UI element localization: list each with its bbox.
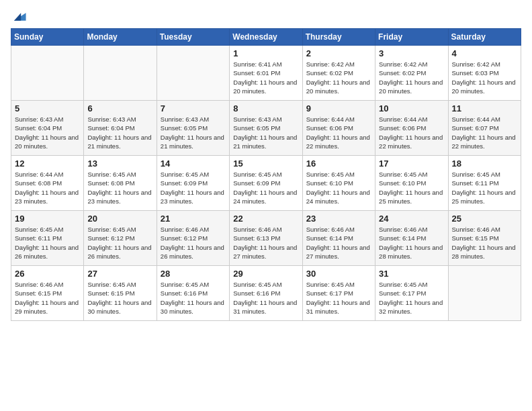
header bbox=[11, 7, 521, 24]
calendar-cell: 8Sunrise: 6:43 AM Sunset: 6:05 PM Daylig… bbox=[230, 101, 302, 156]
day-number: 27 bbox=[87, 269, 152, 279]
day-info: Sunrise: 6:45 AM Sunset: 6:10 PM Dayligh… bbox=[306, 170, 371, 205]
day-info: Sunrise: 6:44 AM Sunset: 6:08 PM Dayligh… bbox=[15, 170, 80, 205]
weekday-header-monday: Monday bbox=[84, 29, 157, 46]
calendar-cell: 12Sunrise: 6:44 AM Sunset: 6:08 PM Dayli… bbox=[11, 156, 84, 211]
calendar-cell: 6Sunrise: 6:43 AM Sunset: 6:04 PM Daylig… bbox=[84, 101, 157, 156]
day-info: Sunrise: 6:43 AM Sunset: 6:05 PM Dayligh… bbox=[161, 115, 226, 150]
day-number: 16 bbox=[306, 158, 371, 169]
week-row-2: 5Sunrise: 6:43 AM Sunset: 6:04 PM Daylig… bbox=[11, 101, 521, 156]
calendar-cell: 10Sunrise: 6:44 AM Sunset: 6:06 PM Dayli… bbox=[375, 101, 448, 156]
day-number: 26 bbox=[15, 269, 80, 279]
weekday-header-thursday: Thursday bbox=[302, 29, 375, 46]
day-info: Sunrise: 6:45 AM Sunset: 6:11 PM Dayligh… bbox=[452, 170, 517, 205]
day-info: Sunrise: 6:45 AM Sunset: 6:09 PM Dayligh… bbox=[161, 170, 226, 205]
calendar-cell bbox=[157, 46, 229, 101]
calendar-cell: 16Sunrise: 6:45 AM Sunset: 6:10 PM Dayli… bbox=[302, 156, 375, 211]
page: SundayMondayTuesdayWednesdayThursdayFrid… bbox=[0, 0, 532, 411]
calendar-cell: 20Sunrise: 6:45 AM Sunset: 6:12 PM Dayli… bbox=[84, 211, 157, 266]
day-number: 2 bbox=[306, 48, 371, 58]
weekday-header-tuesday: Tuesday bbox=[157, 29, 229, 46]
weekday-header-friday: Friday bbox=[375, 29, 448, 46]
day-info: Sunrise: 6:45 AM Sunset: 6:12 PM Dayligh… bbox=[87, 225, 152, 261]
calendar-cell bbox=[448, 266, 521, 321]
logo bbox=[11, 9, 27, 24]
logo-icon bbox=[12, 9, 27, 24]
calendar-cell: 26Sunrise: 6:46 AM Sunset: 6:15 PM Dayli… bbox=[11, 266, 84, 321]
calendar-cell: 14Sunrise: 6:45 AM Sunset: 6:09 PM Dayli… bbox=[157, 156, 229, 211]
week-row-5: 26Sunrise: 6:46 AM Sunset: 6:15 PM Dayli… bbox=[11, 266, 521, 321]
day-info: Sunrise: 6:42 AM Sunset: 6:02 PM Dayligh… bbox=[379, 60, 444, 95]
day-number: 15 bbox=[233, 158, 298, 169]
day-info: Sunrise: 6:44 AM Sunset: 6:06 PM Dayligh… bbox=[379, 115, 444, 150]
week-row-1: 1Sunrise: 6:41 AM Sunset: 6:01 PM Daylig… bbox=[11, 46, 521, 101]
calendar-cell: 17Sunrise: 6:45 AM Sunset: 6:10 PM Dayli… bbox=[375, 156, 448, 211]
calendar-cell: 3Sunrise: 6:42 AM Sunset: 6:02 PM Daylig… bbox=[375, 46, 448, 101]
day-info: Sunrise: 6:45 AM Sunset: 6:15 PM Dayligh… bbox=[87, 280, 152, 316]
calendar-cell: 31Sunrise: 6:45 AM Sunset: 6:17 PM Dayli… bbox=[375, 266, 448, 321]
day-info: Sunrise: 6:45 AM Sunset: 6:17 PM Dayligh… bbox=[306, 280, 371, 316]
calendar-cell: 7Sunrise: 6:43 AM Sunset: 6:05 PM Daylig… bbox=[157, 101, 229, 156]
svg-marker-1 bbox=[14, 13, 21, 21]
day-number: 14 bbox=[161, 158, 226, 169]
day-info: Sunrise: 6:45 AM Sunset: 6:17 PM Dayligh… bbox=[379, 280, 444, 316]
day-info: Sunrise: 6:42 AM Sunset: 6:02 PM Dayligh… bbox=[306, 60, 371, 95]
day-number: 29 bbox=[233, 269, 298, 279]
calendar-cell: 24Sunrise: 6:46 AM Sunset: 6:14 PM Dayli… bbox=[375, 211, 448, 266]
calendar-cell: 23Sunrise: 6:46 AM Sunset: 6:14 PM Dayli… bbox=[302, 211, 375, 266]
day-number: 1 bbox=[233, 48, 298, 58]
day-info: Sunrise: 6:45 AM Sunset: 6:16 PM Dayligh… bbox=[161, 280, 226, 316]
day-number: 9 bbox=[306, 103, 371, 113]
calendar-cell: 18Sunrise: 6:45 AM Sunset: 6:11 PM Dayli… bbox=[448, 156, 521, 211]
week-row-4: 19Sunrise: 6:45 AM Sunset: 6:11 PM Dayli… bbox=[11, 211, 521, 266]
day-number: 8 bbox=[233, 103, 298, 113]
calendar-cell: 27Sunrise: 6:45 AM Sunset: 6:15 PM Dayli… bbox=[84, 266, 157, 321]
calendar-cell bbox=[11, 46, 84, 101]
day-info: Sunrise: 6:43 AM Sunset: 6:04 PM Dayligh… bbox=[15, 115, 80, 150]
day-number: 12 bbox=[15, 158, 80, 169]
day-info: Sunrise: 6:46 AM Sunset: 6:14 PM Dayligh… bbox=[306, 225, 371, 261]
calendar-cell: 1Sunrise: 6:41 AM Sunset: 6:01 PM Daylig… bbox=[230, 46, 302, 101]
day-number: 18 bbox=[452, 158, 517, 169]
calendar-cell: 5Sunrise: 6:43 AM Sunset: 6:04 PM Daylig… bbox=[11, 101, 84, 156]
day-number: 3 bbox=[379, 48, 444, 58]
day-number: 20 bbox=[87, 214, 152, 224]
calendar-cell: 25Sunrise: 6:46 AM Sunset: 6:15 PM Dayli… bbox=[448, 211, 521, 266]
weekday-header-sunday: Sunday bbox=[11, 29, 84, 46]
day-number: 19 bbox=[15, 214, 80, 224]
day-number: 25 bbox=[452, 214, 517, 224]
day-number: 5 bbox=[15, 103, 80, 113]
day-info: Sunrise: 6:45 AM Sunset: 6:10 PM Dayligh… bbox=[379, 170, 444, 205]
day-number: 10 bbox=[379, 103, 444, 113]
day-info: Sunrise: 6:42 AM Sunset: 6:03 PM Dayligh… bbox=[452, 60, 517, 95]
day-info: Sunrise: 6:45 AM Sunset: 6:11 PM Dayligh… bbox=[15, 225, 80, 261]
day-number: 22 bbox=[233, 214, 298, 224]
calendar-cell: 2Sunrise: 6:42 AM Sunset: 6:02 PM Daylig… bbox=[302, 46, 375, 101]
day-info: Sunrise: 6:46 AM Sunset: 6:15 PM Dayligh… bbox=[15, 280, 80, 316]
calendar-cell: 29Sunrise: 6:45 AM Sunset: 6:16 PM Dayli… bbox=[230, 266, 302, 321]
day-number: 11 bbox=[452, 103, 517, 113]
day-number: 7 bbox=[161, 103, 226, 113]
calendar-cell: 9Sunrise: 6:44 AM Sunset: 6:06 PM Daylig… bbox=[302, 101, 375, 156]
day-info: Sunrise: 6:44 AM Sunset: 6:06 PM Dayligh… bbox=[306, 115, 371, 150]
day-info: Sunrise: 6:45 AM Sunset: 6:08 PM Dayligh… bbox=[87, 170, 152, 205]
calendar-cell: 28Sunrise: 6:45 AM Sunset: 6:16 PM Dayli… bbox=[157, 266, 229, 321]
calendar-cell bbox=[84, 46, 157, 101]
day-number: 6 bbox=[87, 103, 152, 113]
day-number: 28 bbox=[161, 269, 226, 279]
day-info: Sunrise: 6:46 AM Sunset: 6:12 PM Dayligh… bbox=[161, 225, 226, 261]
calendar-cell: 15Sunrise: 6:45 AM Sunset: 6:09 PM Dayli… bbox=[230, 156, 302, 211]
calendar-cell: 13Sunrise: 6:45 AM Sunset: 6:08 PM Dayli… bbox=[84, 156, 157, 211]
calendar-cell: 30Sunrise: 6:45 AM Sunset: 6:17 PM Dayli… bbox=[302, 266, 375, 321]
day-number: 13 bbox=[87, 158, 152, 169]
day-number: 21 bbox=[161, 214, 226, 224]
day-number: 23 bbox=[306, 214, 371, 224]
day-info: Sunrise: 6:45 AM Sunset: 6:09 PM Dayligh… bbox=[233, 170, 298, 205]
weekday-header-saturday: Saturday bbox=[448, 29, 521, 46]
day-number: 17 bbox=[379, 158, 444, 169]
day-info: Sunrise: 6:43 AM Sunset: 6:04 PM Dayligh… bbox=[87, 115, 152, 150]
day-info: Sunrise: 6:45 AM Sunset: 6:16 PM Dayligh… bbox=[233, 280, 298, 316]
day-info: Sunrise: 6:44 AM Sunset: 6:07 PM Dayligh… bbox=[452, 115, 517, 150]
day-info: Sunrise: 6:41 AM Sunset: 6:01 PM Dayligh… bbox=[233, 60, 298, 95]
calendar-cell: 4Sunrise: 6:42 AM Sunset: 6:03 PM Daylig… bbox=[448, 46, 521, 101]
